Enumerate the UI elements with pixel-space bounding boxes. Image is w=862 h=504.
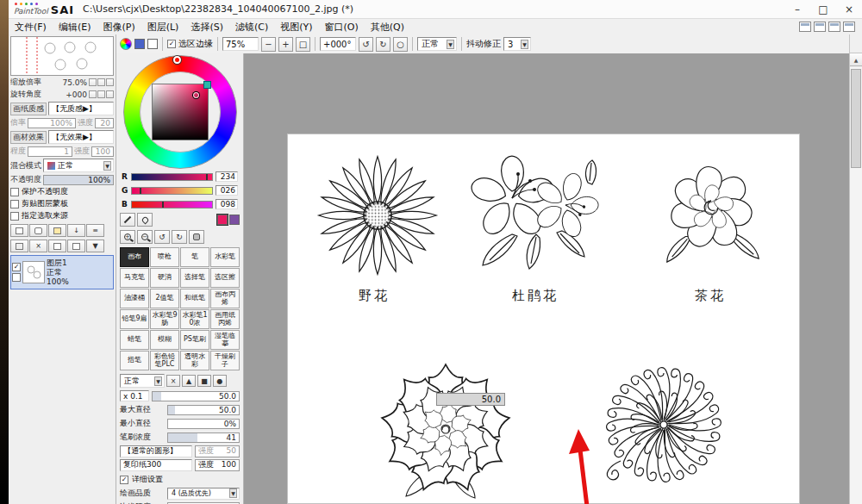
saturation-value-square[interactable] [152, 84, 209, 140]
merge-down-button[interactable]: ≡ [86, 224, 104, 237]
rotate-cw-tool-button[interactable]: ↻ [172, 230, 187, 244]
current-color-swatch[interactable] [217, 215, 228, 225]
red-value[interactable]: 234 [216, 171, 238, 182]
canvas-area[interactable]: 野花 杜鹃花 茶花 50.0 [244, 53, 849, 504]
brush-color-pencil[interactable]: 彩色铅笔PLC [150, 351, 179, 370]
brush-canvas[interactable]: 画布 [120, 247, 149, 267]
brush-select-pen[interactable]: 选择笔 [180, 268, 209, 288]
brush-blend-combo[interactable]: 正常 ▼ [120, 374, 165, 388]
sv-marker[interactable] [193, 92, 199, 98]
vertical-scrollbar[interactable]: ▲ [849, 34, 862, 504]
nav-zoom-in-button[interactable] [97, 78, 105, 86]
brush-select-eraser[interactable]: 选区擦 [210, 268, 240, 288]
delete-layer-button[interactable]: × [29, 240, 47, 252]
hand-tool-button[interactable] [189, 230, 204, 244]
color-wheel-icon[interactable] [120, 38, 132, 50]
paper-strength-slider[interactable]: 20 [95, 118, 114, 128]
advanced-settings-checkbox[interactable]: ✓ [120, 476, 128, 484]
blue-slider-marker[interactable] [162, 202, 164, 208]
pen-tool-button[interactable] [120, 213, 135, 227]
brush-hard-eraser[interactable]: 硬消 [150, 268, 179, 288]
size-multiplier-field[interactable]: x 0.1 [120, 390, 149, 401]
color-wheel[interactable] [123, 55, 237, 169]
scrollbar-thumb[interactable] [851, 69, 861, 168]
blue-value[interactable]: 098 [216, 199, 238, 209]
eyedropper-tool-button[interactable] [137, 213, 153, 227]
brush-texture-dropdown[interactable]: 复印纸300 [120, 459, 192, 471]
document-page[interactable]: 野花 杜鹃花 茶花 [287, 134, 800, 504]
nav-rotate-reset-button[interactable] [106, 90, 114, 98]
menu-file[interactable]: 文件(F) [9, 21, 53, 34]
paint-quality-combo[interactable]: 4 (品质优先) ▼ [167, 488, 240, 500]
arrange-icon-1[interactable] [799, 22, 811, 32]
brush-transparent-watercolor[interactable]: 透明水彩 [180, 351, 209, 370]
scroll-up-button[interactable]: ▲ [850, 53, 862, 66]
layer-paint-toggle[interactable] [12, 273, 21, 282]
brush-pencil9[interactable]: 铅笔9扁 [120, 309, 149, 329]
shape-strength-slider[interactable]: 强度 50 [195, 445, 240, 457]
brush-shape-square-button[interactable]: ■ [197, 375, 211, 387]
rotate-reset-button[interactable]: ○ [393, 37, 408, 52]
clipping-mask-checkbox[interactable] [10, 200, 19, 208]
zoom-out-tool-button[interactable]: − [137, 230, 153, 244]
close-button[interactable]: × [836, 0, 862, 18]
green-value[interactable]: 026 [216, 185, 238, 196]
menu-select[interactable]: 选择(S) [184, 21, 229, 34]
toolbar-blend-combo[interactable]: 正常 ▼ [417, 37, 457, 51]
menu-filter[interactable]: 滤镜(C) [229, 21, 274, 34]
material-effect-dropdown[interactable]: 【无效果▶】 [48, 130, 114, 144]
brush-airbrush[interactable]: 喷枪 [150, 247, 179, 267]
background-color-swatch[interactable] [147, 39, 158, 49]
zoom-field[interactable]: 75% [222, 37, 259, 51]
paper-texture-dropdown[interactable]: 【无质感▶】 [48, 102, 114, 115]
brush-bucket[interactable]: 油漆桶 [120, 289, 149, 308]
brush-shape-triangle-button[interactable]: ▲ [182, 375, 196, 387]
brush-paper-pen[interactable]: 和纸笔 [180, 289, 209, 308]
arrange-icon-2[interactable] [814, 22, 826, 32]
zoom-in-button[interactable]: + [278, 37, 293, 52]
arrange-icon-3[interactable] [828, 22, 840, 32]
menu-layer[interactable]: 图层(L) [141, 21, 185, 34]
brush-shape-dropdown[interactable]: 【通常的圆形】 [120, 445, 192, 457]
layer-visibility-toggle[interactable]: ✓ [12, 263, 21, 271]
blend-mode-combo[interactable]: 正常 ▼ [43, 159, 114, 172]
layer-tool-5-button[interactable]: ▼ [86, 240, 104, 252]
layer-list-item-selected[interactable]: ✓ 图层1 正常 100% [10, 255, 114, 289]
brush-watercolor9[interactable]: 水彩笔9肠 [150, 309, 179, 329]
rotate-ccw-tool-button[interactable]: ↺ [154, 230, 170, 244]
maximize-button[interactable]: □ [810, 0, 836, 18]
clear-layer-button[interactable] [10, 240, 28, 252]
menu-edit[interactable]: 编辑(E) [53, 21, 97, 34]
rotate-ccw-button[interactable]: ↺ [359, 37, 373, 52]
brush-marker[interactable]: 马克笔 [120, 268, 149, 288]
min-diameter-slider[interactable]: 0% [167, 419, 240, 429]
brush-crayon[interactable]: 蜡笔 [120, 330, 149, 350]
nav-rotate-cw-button[interactable] [97, 90, 105, 98]
jitter-combo[interactable]: 3 ▼ [503, 37, 531, 51]
selection-edge-checkbox[interactable]: ✓ [167, 40, 176, 48]
zoom-out-button[interactable]: − [261, 37, 276, 52]
texture-strength-slider[interactable]: 强度 100 [195, 459, 240, 471]
new-layer-button[interactable] [10, 224, 28, 237]
navigator-thumbnail[interactable] [10, 36, 114, 76]
menu-other[interactable]: 其他(Q) [365, 21, 410, 34]
transfer-down-button[interactable]: ↓ [67, 224, 85, 237]
brush-paper-acrylic[interactable]: 画用纸丙烯 [210, 309, 240, 329]
arrange-icon-4[interactable] [843, 22, 855, 32]
brush-binary-pen[interactable]: 2值笔 [150, 289, 179, 308]
zoom-in-tool-button[interactable]: + [120, 230, 135, 244]
brush-canvas-acrylic[interactable]: 画布丙烯 [210, 289, 240, 308]
nav-rotate-ccw-button[interactable] [89, 90, 97, 98]
new-vector-layer-button[interactable] [29, 224, 47, 237]
effect-degree-slider[interactable]: 1 [28, 146, 72, 157]
secondary-color-swatch[interactable] [229, 215, 240, 225]
brush-shape-circle-button[interactable]: ● [213, 375, 227, 387]
paper-scale-slider[interactable]: 100% [28, 118, 76, 128]
opacity-slider[interactable]: 100% [43, 175, 114, 185]
green-slider[interactable] [131, 187, 213, 195]
green-slider-marker[interactable] [140, 188, 141, 194]
menu-view[interactable]: 视图(Y) [274, 21, 318, 34]
new-layer-set-button[interactable] [48, 224, 66, 237]
red-slider[interactable] [131, 173, 213, 181]
scrollbar-track[interactable] [850, 67, 862, 504]
